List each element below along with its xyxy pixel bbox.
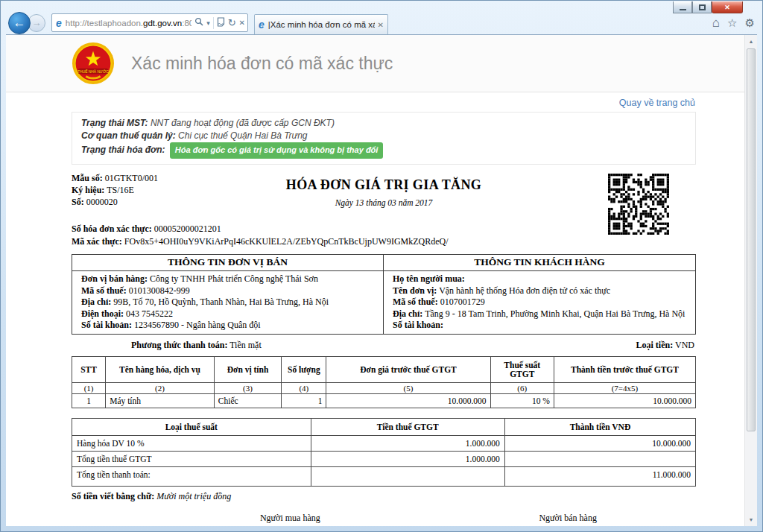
scrollbar-thumb[interactable] bbox=[747, 48, 756, 431]
browser-viewport: THUẾ NHÀ NƯỚC Xác minh hóa đơn có mã xác… bbox=[6, 34, 757, 526]
back-arrow-icon: ← bbox=[13, 16, 26, 30]
top-links: Quay về trang chủ bbox=[6, 92, 744, 110]
buyer-field: Số tài khoản: bbox=[393, 320, 688, 332]
buyer-field: Họ tên người mua: bbox=[393, 273, 688, 285]
settings-gear-icon[interactable]: ⚙ bbox=[745, 16, 755, 30]
seller-info-header: THÔNG TIN ĐƠN VỊ BÁN bbox=[72, 255, 383, 271]
close-icon: ✕ bbox=[724, 4, 730, 11]
seller-field: Điện thoại: 043 7545222 bbox=[81, 308, 376, 320]
authentication-block: Số hóa đơn xác thực: 000052000021201 Mã … bbox=[72, 223, 696, 247]
seller-field: Địa chỉ: 99B, Tổ 70, Hồ Quỳnh, Thanh Nhà… bbox=[81, 297, 376, 308]
auth-code-value: FOv8x5+4OHI0uY9VKiArPqI46cKKUlEL2A/ZEbYQ… bbox=[124, 236, 449, 247]
invoice-items-table: STT Tên hàng hóa, dịch vụ Đơn vị tính Số… bbox=[72, 356, 696, 408]
back-button[interactable]: ← bbox=[8, 12, 31, 34]
tab-favicon-icon: e bbox=[259, 19, 265, 31]
page-title: Xác minh hóa đơn có mã xác thực bbox=[131, 54, 393, 74]
back-to-home-link[interactable]: Quay về trang chủ bbox=[619, 98, 695, 108]
seller-taxid-label: Mã số thuế: bbox=[81, 285, 127, 296]
home-icon[interactable]: ⌂ bbox=[712, 16, 720, 31]
search-icon[interactable] bbox=[194, 17, 203, 28]
invoice-header: Mẫu số: 01GTKT0/001 Ký hiệu: TS/16E Số: … bbox=[72, 172, 696, 217]
item-amount: 10.000.000 bbox=[554, 393, 695, 408]
item-quantity: 1 bbox=[282, 393, 326, 408]
seller-name-value: Công ty TNHH Phát triển Công nghệ Thái S… bbox=[150, 273, 318, 284]
buyer-name-label: Họ tên người mua: bbox=[393, 273, 465, 284]
item-name: Máy tính bbox=[106, 393, 215, 408]
tax-row: Hàng hóa DV 10 % 1.000.000 10.000.000 bbox=[72, 435, 696, 451]
buyer-fields: Họ tên người mua: Tên đơn vị: Vận hành h… bbox=[384, 271, 695, 332]
auth-number-line: Số hóa đơn xác thực: 000052000021201 bbox=[72, 223, 696, 235]
tax-agency-label: Cơ quan thuế quản lý: bbox=[81, 130, 176, 141]
mst-status-line: Trạng thái MST: NNT đang hoạt động (đã đ… bbox=[81, 117, 686, 130]
seller-fields: Đơn vị bán hàng: Công ty TNHH Phát triển… bbox=[72, 271, 383, 332]
col-header-unit-price: Đơn giá trước thuế GTGT bbox=[326, 356, 490, 382]
browser-toolbar: ← → e http://testlaphoadon.gdt.gov.vn:80… bbox=[8, 11, 755, 34]
page-scrollbar[interactable]: ▲ ▼ bbox=[744, 35, 757, 526]
invoice-number-label: Số: bbox=[72, 197, 84, 207]
site-header: THUẾ NHÀ NƯỚC Xác minh hóa đơn có mã xác… bbox=[6, 35, 744, 92]
buyer-account-label: Số tài khoản: bbox=[393, 320, 443, 330]
address-bar-icons: ▾ ↻ ✕ bbox=[191, 17, 245, 29]
tax-col-rate-type: Loại thuế suất bbox=[72, 418, 311, 435]
seller-field: Mã số thuế: 0101300842-999 bbox=[81, 285, 376, 297]
tax-total: 11.000.000 bbox=[504, 466, 695, 486]
serial-line: Ký hiệu: TS/16E bbox=[72, 184, 158, 196]
currency-value: VND bbox=[675, 340, 694, 350]
currency-label: Loại tiền: bbox=[636, 340, 674, 350]
buyer-field: Mã số thuế: 0107001729 bbox=[393, 297, 688, 308]
tax-rate-type: Hàng hóa DV 10 % bbox=[72, 435, 311, 451]
invoice-status-label: Trạng thái hóa đơn: bbox=[81, 145, 165, 155]
verification-status-box: Trạng thái MST: NNT đang hoạt động (đã đ… bbox=[72, 112, 696, 165]
close-window-button[interactable]: ✕ bbox=[712, 1, 743, 13]
tab-close-icon[interactable]: ✕ bbox=[378, 21, 384, 29]
address-bar[interactable]: e http://testlaphoadon.gdt.gov.vn:8001/x… bbox=[51, 13, 248, 32]
invoice-document: Mẫu số: 01GTKT0/001 Ký hiệu: TS/16E Số: … bbox=[72, 172, 696, 526]
emblem-text: THUẾ NHÀ NƯỚC bbox=[77, 69, 109, 74]
numbering-cell: (5) bbox=[326, 382, 490, 393]
refresh-icon[interactable]: ↻ bbox=[228, 17, 236, 28]
item-stt: 1 bbox=[72, 393, 106, 408]
auth-code-label: Mã xác thực: bbox=[72, 236, 122, 247]
buyer-field: Tên đơn vị: Vận hành hệ thống Hóa đơn đi… bbox=[393, 285, 688, 297]
window-controls: ✕ bbox=[673, 1, 743, 13]
invoice-status-line: Trạng thái hóa đơn: Hóa đơn gốc có giá t… bbox=[81, 142, 686, 159]
col-header-tax-rate: Thuế suất GTGT bbox=[490, 356, 554, 382]
numbering-cell: (7=4x5) bbox=[554, 382, 695, 393]
compatibility-view-icon[interactable] bbox=[217, 17, 225, 29]
col-header-item-name: Tên hàng hóa, dịch vụ bbox=[106, 356, 215, 382]
seller-signature-title: Người bán hàng bbox=[519, 513, 617, 524]
seller-account-value: 1234567890 - Ngân hàng Quân đội bbox=[134, 320, 261, 330]
favorites-star-icon[interactable]: ☆ bbox=[727, 16, 737, 30]
tax-agency-value: Chi cục thuế Quận Hai Bà Trưng bbox=[178, 130, 307, 141]
tax-vat-amount: 1.000.000 bbox=[311, 451, 504, 466]
auth-code-line: Mã xác thực: FOv8x5+4OHI0uY9VKiArPqI46cK… bbox=[72, 235, 696, 248]
party-info-box: THÔNG TIN ĐƠN VỊ BÁN Đơn vị bán hàng: Cô… bbox=[72, 254, 696, 335]
scroll-down-icon[interactable]: ▼ bbox=[745, 513, 757, 526]
amount-in-words-value: Mười một triệu đồng bbox=[156, 491, 231, 501]
amount-in-words-label: Số tiền viết bằng chữ: bbox=[72, 491, 154, 501]
maximize-button[interactable] bbox=[692, 1, 712, 13]
numbering-cell: (1) bbox=[72, 382, 106, 393]
invoice-status-badge: Hóa đơn gốc có giá trị sử dụng và không … bbox=[170, 142, 384, 159]
seller-signature-block: Người bán hàng (Ký, đóng dấu, ghi rõ họ,… bbox=[519, 513, 617, 527]
buyer-signature-title: Người mua hàng bbox=[259, 513, 322, 524]
browser-tab[interactable]: e |Xác minh hóa đơn có mã xác... ✕ bbox=[254, 14, 388, 34]
maximize-icon bbox=[699, 4, 706, 10]
buyer-info: THÔNG TIN KHÁCH HÀNG Họ tên người mua: T… bbox=[384, 255, 695, 334]
mst-status-label: Trạng thái MST: bbox=[81, 118, 148, 128]
minimize-button[interactable] bbox=[673, 1, 692, 13]
tax-rate-type: Tổng tiền thuế GTGT bbox=[72, 451, 311, 466]
tax-total-row: Tổng tiền thanh toán: 11.000.000 bbox=[72, 466, 696, 486]
stop-icon[interactable]: ✕ bbox=[239, 19, 245, 27]
tax-department-emblem-logo: THUẾ NHÀ NƯỚC bbox=[72, 42, 115, 85]
buyer-signature-block: Người mua hàng (Ký, ghi rõ họ, tên) bbox=[259, 513, 322, 527]
payment-row: Phương thức thanh toán: Tiền mặt Loại ti… bbox=[72, 340, 696, 352]
url-prefix: http://testlaphoadon. bbox=[66, 19, 143, 28]
numbering-cell: (2) bbox=[106, 382, 215, 393]
numbering-cell: (3) bbox=[214, 382, 281, 393]
scroll-up-icon[interactable]: ▲ bbox=[745, 35, 757, 48]
auth-number-label: Số hóa đơn xác thực: bbox=[72, 224, 152, 234]
search-dropdown-icon[interactable]: ▾ bbox=[206, 19, 210, 27]
mst-status-value: NNT đang hoạt động (đã được cấp GCN ĐKT) bbox=[151, 118, 335, 128]
buyer-company-value: Vận hành hệ thống Hóa đơn điện tử có xác… bbox=[439, 285, 610, 296]
